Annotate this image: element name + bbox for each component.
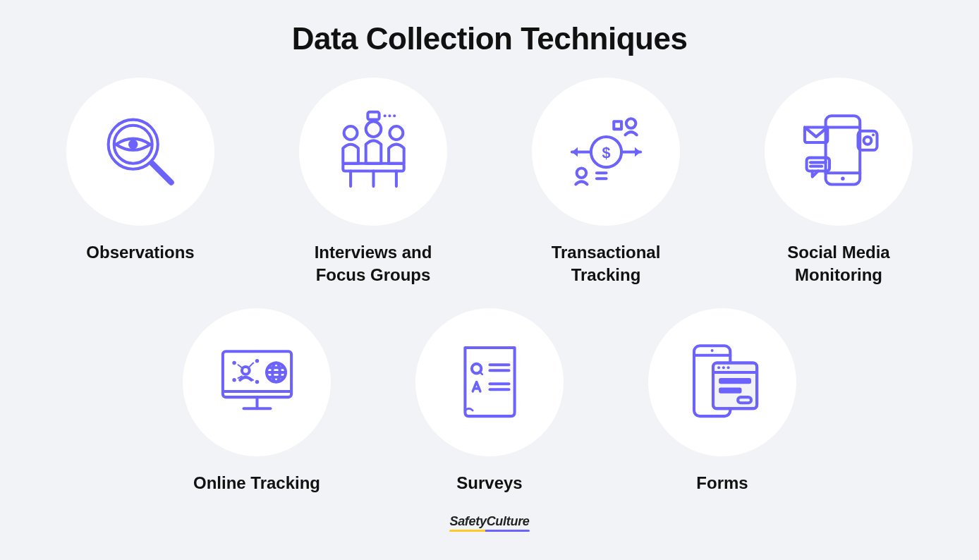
svg-point-2 [128, 139, 138, 149]
logo-underline [449, 530, 529, 532]
svg-point-8 [365, 121, 381, 137]
svg-rect-71 [719, 388, 741, 394]
item-label: Online Tracking [193, 472, 320, 494]
interviews-icon [299, 78, 447, 226]
item-social-media: Social Media Monitoring [747, 78, 930, 287]
item-transactional: $ Transactional Tracking [514, 78, 698, 287]
svg-point-23 [576, 168, 586, 178]
svg-point-41 [241, 367, 249, 375]
svg-line-3 [152, 163, 171, 182]
item-online-tracking: Online Tracking [165, 308, 348, 494]
svg-point-10 [389, 126, 403, 140]
svg-line-47 [249, 363, 253, 367]
svg-point-63 [710, 349, 713, 352]
item-label: Social Media Monitoring [787, 241, 889, 287]
item-label: Forms [696, 472, 748, 494]
svg-point-14 [393, 114, 396, 117]
svg-point-13 [388, 114, 391, 117]
svg-rect-11 [367, 111, 379, 119]
svg-text:$: $ [602, 143, 610, 161]
svg-marker-18 [571, 147, 577, 157]
online-tracking-icon [183, 308, 331, 456]
item-label: Surveys [456, 472, 522, 494]
item-label: Interviews and Focus Groups [315, 241, 432, 287]
surveys-icon [415, 308, 564, 456]
svg-point-32 [863, 136, 871, 144]
svg-line-56 [479, 372, 482, 375]
svg-point-67 [717, 367, 720, 370]
safetyculture-logo: SafetyCulture [449, 514, 529, 529]
techniques-grid: Observations [31, 78, 948, 494]
svg-rect-70 [719, 378, 751, 384]
svg-marker-20 [635, 147, 640, 157]
svg-point-42 [232, 361, 236, 365]
svg-point-44 [232, 378, 236, 382]
observations-icon [66, 78, 214, 226]
svg-point-12 [383, 114, 386, 117]
item-surveys: Surveys [398, 308, 581, 494]
item-label: Observations [86, 241, 194, 264]
svg-point-69 [726, 367, 729, 370]
svg-point-29 [841, 176, 844, 180]
item-forms: Forms [631, 308, 814, 494]
social-media-icon [765, 78, 913, 226]
forms-icon [648, 308, 796, 456]
item-interviews: Interviews and Focus Groups [281, 78, 465, 287]
svg-point-45 [255, 380, 258, 384]
transactional-icon: $ [532, 78, 680, 226]
svg-point-21 [626, 118, 636, 128]
svg-point-9 [343, 126, 357, 140]
item-label: Transactional Tracking [552, 241, 661, 287]
svg-rect-22 [614, 121, 621, 129]
svg-point-33 [872, 133, 875, 136]
svg-point-43 [255, 359, 258, 363]
item-observations: Observations [49, 78, 232, 287]
footer-text: SafetyCulture [449, 514, 529, 528]
svg-point-68 [722, 367, 724, 370]
svg-line-46 [238, 365, 241, 367]
page-title: Data Collection Techniques [292, 21, 688, 56]
